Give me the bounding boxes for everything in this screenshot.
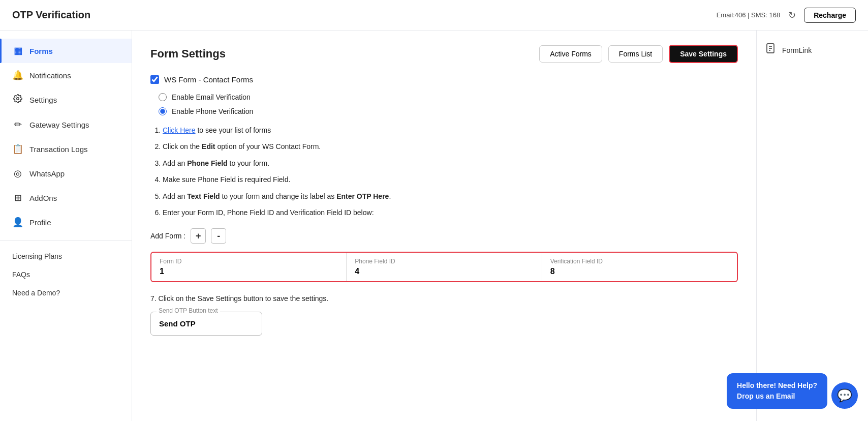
field-table: Form ID Phone Field ID Ver xyxy=(150,252,738,282)
svg-point-0 xyxy=(17,98,19,100)
sidebar-label-settings: Settings xyxy=(29,96,57,104)
ws-form-label: WS Form - Contact Forms xyxy=(164,75,253,84)
whatsapp-icon: ◎ xyxy=(12,168,23,179)
instructions-list: Click Here to see your list of forms Cli… xyxy=(150,125,738,218)
profile-icon: 👤 xyxy=(12,217,23,228)
app-header: OTP Verification Email:406 | SMS: 168 ↻ … xyxy=(0,0,868,31)
sidebar-label-profile: Profile xyxy=(29,218,51,227)
instruction-6: Enter your Form ID, Phone Field ID and V… xyxy=(163,207,738,218)
app-title: OTP Verification xyxy=(12,9,90,21)
help-widget: Hello there! Need Help? Drop us an Email xyxy=(727,373,827,409)
sidebar-label-notifications: Notifications xyxy=(29,71,71,80)
send-otp-input[interactable] xyxy=(150,312,262,336)
transaction-logs-icon: 📋 xyxy=(12,143,23,155)
enable-phone-radio[interactable] xyxy=(159,107,167,115)
refresh-button[interactable]: ↻ xyxy=(788,10,796,21)
sidebar-divider xyxy=(0,240,132,241)
form-link-item[interactable]: FormLink xyxy=(765,43,860,58)
verification-field-id-cell: Verification Field ID xyxy=(542,253,737,281)
recharge-button[interactable]: Recharge xyxy=(804,8,856,23)
add-form-row: Add Form : + - xyxy=(150,228,738,244)
sidebar-label-whatsapp: WhatsApp xyxy=(29,169,65,178)
enable-phone-radio-row: Enable Phone Verification xyxy=(159,107,738,115)
main-content: Form Settings Active Forms Forms List Sa… xyxy=(132,31,756,421)
ws-form-checkbox[interactable] xyxy=(150,75,159,84)
enable-email-radio[interactable] xyxy=(159,93,167,101)
enable-phone-label: Enable Phone Verification xyxy=(172,107,253,115)
form-id-label: Form ID xyxy=(160,258,338,265)
form-id-input[interactable] xyxy=(160,267,338,276)
form-id-cell: Form ID xyxy=(151,253,347,281)
click-here-link[interactable]: Click Here xyxy=(163,126,196,134)
verification-field-id-label: Verification Field ID xyxy=(550,258,729,265)
send-otp-field-wrap: Send OTP Button text xyxy=(150,312,738,336)
sidebar-item-profile[interactable]: 👤 Profile xyxy=(0,210,132,234)
sidebar-item-gateway-settings[interactable]: ✏ Gateway Settings xyxy=(0,112,132,137)
sidebar-label-forms: Forms xyxy=(29,47,53,55)
phone-field-id-input[interactable] xyxy=(355,267,533,276)
instruction-2: Click on the Edit option of your WS Cont… xyxy=(163,141,738,152)
chat-icon: 💬 xyxy=(837,388,852,403)
save-settings-button[interactable]: Save Settings xyxy=(669,45,738,63)
sidebar-item-forms[interactable]: ▦ Forms xyxy=(0,39,132,63)
instruction-1: Click Here to see your list of forms xyxy=(163,125,738,136)
help-line1: Hello there! Need Help? xyxy=(737,380,817,391)
help-line2: Drop us an Email xyxy=(737,391,817,402)
forms-list-button[interactable]: Forms List xyxy=(608,45,663,63)
sidebar-label-transaction: Transaction Logs xyxy=(29,145,88,154)
page-title: Form Settings xyxy=(150,47,226,61)
header-right: Email:406 | SMS: 168 ↻ Recharge xyxy=(717,8,856,23)
addons-icon: ⊞ xyxy=(12,192,23,203)
phone-field-id-label: Phone Field ID xyxy=(355,258,533,265)
active-forms-button[interactable]: Active Forms xyxy=(539,45,602,63)
notifications-icon: 🔔 xyxy=(12,70,23,81)
step7-text: 7. Click on the Save Settings button to … xyxy=(150,294,738,303)
forms-icon: ▦ xyxy=(12,45,23,56)
sidebar-label-addons: AddOns xyxy=(29,194,57,202)
form-card: WS Form - Contact Forms Enable Email Ver… xyxy=(150,75,738,336)
chat-button[interactable]: 💬 xyxy=(831,382,858,409)
form-link-icon xyxy=(765,43,777,58)
sidebar-need-demo[interactable]: Need a Demo? xyxy=(0,284,132,302)
add-form-label: Add Form : xyxy=(150,232,185,240)
form-link-label: FormLink xyxy=(782,46,812,54)
verification-field-id-input[interactable] xyxy=(550,267,729,276)
instruction-4: Make sure Phone Field is required Field. xyxy=(163,174,738,185)
enable-email-radio-row: Enable Email Verification xyxy=(159,93,738,101)
right-panel: FormLink xyxy=(756,31,868,421)
add-form-minus-button[interactable]: - xyxy=(211,228,226,244)
sidebar-item-addons[interactable]: ⊞ AddOns xyxy=(0,186,132,210)
phone-field-id-cell: Phone Field ID xyxy=(347,253,542,281)
sidebar-label-gateway: Gateway Settings xyxy=(29,121,89,129)
form-id-value xyxy=(160,267,338,276)
verification-field-id-value xyxy=(550,267,729,276)
add-form-plus-button[interactable]: + xyxy=(191,228,206,244)
sidebar-licensing-plans[interactable]: Licensing Plans xyxy=(0,247,132,265)
page-actions: Active Forms Forms List Save Settings xyxy=(539,45,738,63)
sidebar: ▦ Forms 🔔 Notifications Settings ✏ Gatew… xyxy=(0,31,132,421)
sidebar-item-transaction-logs[interactable]: 📋 Transaction Logs xyxy=(0,137,132,161)
page-header: Form Settings Active Forms Forms List Sa… xyxy=(150,45,738,63)
instruction-5: Add an Text Field to your form and chang… xyxy=(163,191,738,202)
enable-email-label: Enable Email Verification xyxy=(172,93,251,101)
settings-icon xyxy=(12,94,23,106)
send-otp-label: Send OTP Button text xyxy=(157,307,220,314)
gateway-icon: ✏ xyxy=(12,119,23,130)
main-layout: ▦ Forms 🔔 Notifications Settings ✏ Gatew… xyxy=(0,31,868,421)
field-table-row: Form ID Phone Field ID Ver xyxy=(151,253,737,281)
instruction-3: Add an Phone Field to your form. xyxy=(163,158,738,169)
sidebar-item-settings[interactable]: Settings xyxy=(0,87,132,112)
sidebar-faqs[interactable]: FAQs xyxy=(0,265,132,284)
sidebar-item-notifications[interactable]: 🔔 Notifications xyxy=(0,63,132,87)
sidebar-item-whatsapp[interactable]: ◎ WhatsApp xyxy=(0,161,132,186)
ws-form-checkbox-row: WS Form - Contact Forms xyxy=(150,75,738,84)
credits-display: Email:406 | SMS: 168 xyxy=(717,11,781,19)
phone-field-id-value xyxy=(355,267,533,276)
